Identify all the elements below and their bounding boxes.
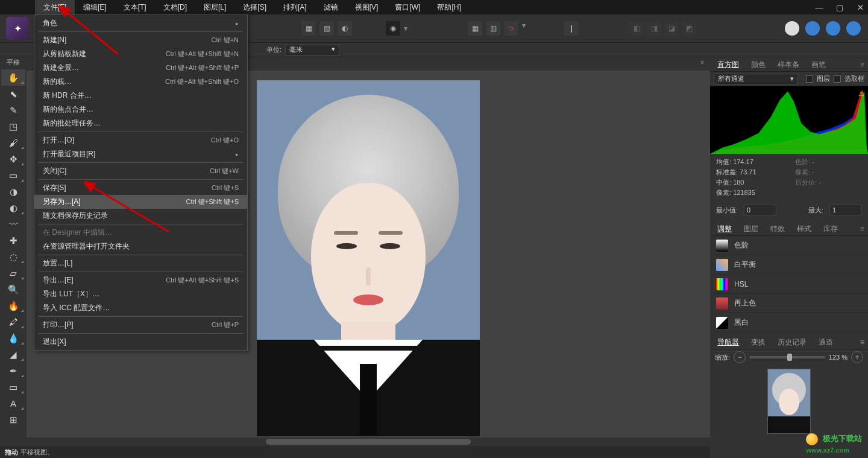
shape-tool-icon[interactable]: ▭ bbox=[1, 379, 25, 395]
menu-item[interactable]: 新建全景…Ctrl 键+Alt 键+Shift 键+P bbox=[34, 61, 247, 75]
menu-item[interactable]: 导入 ICC 配置文件… bbox=[34, 301, 247, 315]
text-tool-icon[interactable]: A bbox=[1, 395, 25, 412]
menu-view[interactable]: 视图[V] bbox=[347, 0, 387, 14]
menu-item[interactable]: 导出…[E]Ctrl 键+Alt 键+Shift 键+S bbox=[34, 273, 247, 287]
menu-item[interactable]: 另存为…[A]Ctrl 键+Shift 键+S bbox=[34, 195, 247, 209]
grid-small-icon[interactable]: ▥ bbox=[486, 21, 500, 36]
persona-export-icon[interactable] bbox=[846, 21, 861, 36]
tab-transform[interactable]: 变换 bbox=[745, 336, 772, 349]
blur-tool-icon[interactable]: ◌ bbox=[1, 249, 25, 265]
menu-item[interactable]: 保存[S]Ctrl 键+S bbox=[34, 181, 247, 195]
zoom-out-button[interactable]: − bbox=[734, 351, 746, 363]
chevron-down-icon[interactable]: ▾ bbox=[404, 24, 407, 33]
grid-icon[interactable]: ▦ bbox=[468, 21, 482, 36]
persona-liquify-icon[interactable] bbox=[805, 21, 820, 36]
tab-adjustments[interactable]: 调整 bbox=[711, 222, 738, 235]
menu-item[interactable]: 新的批处理任务… bbox=[34, 116, 247, 130]
panel-menu-icon[interactable]: ≡ bbox=[860, 338, 864, 346]
liquify-tool-icon[interactable]: 🔥 bbox=[1, 297, 25, 314]
zoom-tool-icon[interactable]: 🔍 bbox=[1, 281, 25, 297]
adjustment-bw[interactable]: 黑白 bbox=[710, 313, 868, 332]
drop-tool-icon[interactable]: 💧 bbox=[1, 330, 25, 346]
menu-arrange[interactable]: 排列[A] bbox=[275, 0, 315, 14]
adjustment-white-balance[interactable]: 白平衡 bbox=[710, 255, 868, 275]
move-tool-icon[interactable]: ⬉ bbox=[1, 86, 25, 102]
menu-item[interactable]: 放置…[L] bbox=[34, 256, 247, 270]
eraser-tool-icon[interactable]: ▱ bbox=[1, 265, 25, 281]
snap-icon[interactable]: ⊃ bbox=[504, 21, 518, 36]
tab-histogram[interactable]: 直方图 bbox=[711, 58, 745, 71]
marquee-tool-icon[interactable]: ▭ bbox=[1, 167, 25, 183]
menu-layer[interactable]: 图层[L] bbox=[195, 0, 234, 14]
menu-help[interactable]: 帮助[H] bbox=[429, 0, 469, 14]
menu-item[interactable]: 打开…[O]Ctrl 键+O bbox=[34, 133, 247, 147]
paint-bucket-icon[interactable]: ◐ bbox=[1, 200, 25, 216]
tab-color[interactable]: 颜色 bbox=[745, 58, 772, 71]
persona-photo-icon[interactable] bbox=[785, 21, 799, 36]
brush-tool-icon[interactable]: 🖌 bbox=[1, 135, 25, 151]
zoom-in-button[interactable]: + bbox=[851, 351, 863, 363]
menu-file[interactable]: 文件[F] bbox=[35, 0, 75, 14]
adjustment-recolor[interactable]: 再上色 bbox=[710, 294, 868, 313]
menu-window[interactable]: 窗口[W] bbox=[386, 0, 429, 14]
tab-navigator[interactable]: 导航器 bbox=[711, 336, 745, 349]
navigator-preview[interactable] bbox=[767, 369, 811, 434]
tab-styles[interactable]: 样式 bbox=[791, 222, 817, 235]
channel-select[interactable]: 所有通道 ▾ bbox=[714, 74, 798, 84]
menu-item[interactable]: 随文档保存历史记录 bbox=[34, 209, 247, 223]
panel-menu-icon[interactable]: ≡ bbox=[860, 60, 864, 69]
marquee-icon[interactable]: ▦ bbox=[301, 21, 316, 36]
crop-tool-icon[interactable]: ◳ bbox=[1, 118, 25, 135]
circle-fill-icon[interactable]: ◉ bbox=[386, 21, 400, 36]
maximize-icon[interactable]: ▢ bbox=[834, 3, 845, 12]
menu-item[interactable]: 打开最近项目[R] bbox=[34, 147, 247, 161]
mixer-brush-icon[interactable]: 🖍 bbox=[1, 314, 25, 330]
tab-channels[interactable]: 通道 bbox=[813, 336, 839, 349]
pen-tool-icon[interactable]: ✒ bbox=[1, 363, 25, 379]
selection-checkbox[interactable] bbox=[834, 75, 841, 83]
chevron-down-icon[interactable]: ▾ bbox=[522, 21, 526, 36]
menu-edit[interactable]: 编辑[E] bbox=[75, 0, 115, 14]
menu-item[interactable]: 新的焦点合并… bbox=[34, 103, 247, 116]
menu-item[interactable]: 退出[X] bbox=[34, 335, 247, 349]
unit-select[interactable]: 毫米▾ bbox=[285, 45, 339, 56]
tab-close-icon[interactable]: × bbox=[697, 59, 707, 68]
tab-stock[interactable]: 库存 bbox=[817, 222, 844, 235]
gradient-tool-icon[interactable]: ◑ bbox=[1, 183, 25, 200]
selection-disable-icon[interactable]: ▨ bbox=[319, 21, 334, 36]
menu-item[interactable]: 角色 bbox=[34, 16, 247, 30]
adjustment-hsl[interactable]: HSL bbox=[710, 275, 868, 294]
menu-item[interactable]: 从剪贴板新建Ctrl 键+Alt 键+Shift 键+N bbox=[34, 47, 247, 61]
menu-item[interactable]: 新 HDR 合并… bbox=[34, 89, 247, 103]
menu-text[interactable]: 文本[T] bbox=[115, 0, 155, 14]
minimize-icon[interactable]: — bbox=[814, 3, 825, 12]
menu-select[interactable]: 选择[S] bbox=[234, 0, 275, 14]
menu-item[interactable]: 关闭[C]Ctrl 键+W bbox=[34, 164, 247, 178]
menu-item[interactable]: 新的栈…Ctrl 键+Alt 键+Shift 键+O bbox=[34, 75, 247, 89]
heal-tool-icon[interactable]: ✚ bbox=[1, 232, 25, 249]
tab-brush[interactable]: 画笔 bbox=[805, 58, 832, 71]
horizontal-scrollbar[interactable] bbox=[27, 437, 710, 446]
panel-menu-icon[interactable]: ≡ bbox=[860, 224, 864, 233]
persona-develop-icon[interactable] bbox=[826, 21, 840, 36]
tab-swatch[interactable]: 样本条 bbox=[772, 58, 805, 71]
hand-tool-icon[interactable]: ✋ bbox=[1, 69, 25, 86]
max-input[interactable] bbox=[829, 205, 862, 215]
zoom-slider[interactable] bbox=[749, 356, 825, 358]
menu-document[interactable]: 文档[D] bbox=[155, 0, 195, 14]
tab-layers[interactable]: 图层 bbox=[738, 222, 764, 235]
sharpen-tool-icon[interactable]: ◢ bbox=[1, 346, 25, 363]
tab-history[interactable]: 历史记录 bbox=[772, 336, 813, 349]
menu-item[interactable]: 打印…[P]Ctrl 键+P bbox=[34, 318, 247, 332]
layer-checkbox[interactable] bbox=[806, 75, 813, 83]
menu-item[interactable]: 导出 LUT［X］… bbox=[34, 287, 247, 301]
stamp-tool-icon[interactable]: ✥ bbox=[1, 151, 25, 167]
min-input[interactable] bbox=[744, 205, 776, 215]
tab-effects[interactable]: 特效 bbox=[764, 222, 791, 235]
menu-item[interactable]: 新建[N]Ctrl 键+N bbox=[34, 33, 247, 47]
menu-item[interactable]: 在资源管理器中打开文件夹 bbox=[34, 240, 247, 253]
adjustment-levels[interactable]: 色阶 bbox=[710, 236, 868, 255]
scrollbar-thumb[interactable] bbox=[266, 439, 471, 445]
preview-icon[interactable]: ❙ bbox=[564, 21, 579, 36]
menu-filters[interactable]: 滤镜 bbox=[315, 0, 347, 14]
